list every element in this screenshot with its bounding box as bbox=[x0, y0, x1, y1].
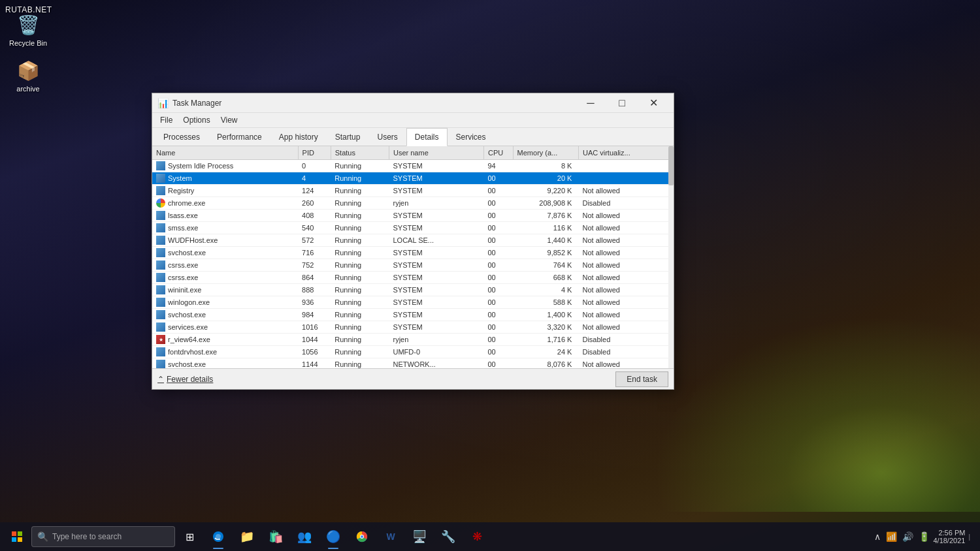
proc-uac: Disabled bbox=[578, 346, 673, 358]
table-row[interactable]: winlogon.exe 936 Running SYSTEM 00 588 K… bbox=[152, 296, 674, 309]
col-header-status[interactable]: Status bbox=[331, 146, 389, 160]
taskbar-word-button[interactable]: W bbox=[376, 522, 405, 551]
col-header-cpu[interactable]: CPU bbox=[483, 146, 513, 160]
start-button[interactable] bbox=[3, 522, 31, 551]
scrollbar-thumb[interactable] bbox=[668, 146, 674, 185]
proc-memory: 208,908 K bbox=[513, 197, 578, 210]
table-header-row: Name PID Status User name CPU Memory (a.… bbox=[152, 146, 674, 160]
table-row[interactable]: fontdrvhost.exe 1056 Running UMFD-0 00 2… bbox=[152, 346, 674, 358]
proc-pid: 1144 bbox=[298, 358, 331, 369]
proc-uac: Not allowed bbox=[578, 234, 673, 247]
table-row[interactable]: chrome.exe 260 Running ryjen 00 208,908 … bbox=[152, 197, 674, 210]
col-header-user[interactable]: User name bbox=[389, 146, 483, 160]
desktop-button[interactable]: | bbox=[966, 533, 972, 541]
desktop-icon-recycle-bin[interactable]: 🗑️ Recycle Bin bbox=[5, 9, 51, 50]
proc-user: NETWORK... bbox=[389, 358, 483, 369]
clock-date[interactable]: 2:56 PM 4/18/2021 bbox=[933, 529, 965, 544]
archive-label: archive bbox=[16, 85, 39, 93]
proc-status: Running bbox=[331, 358, 389, 369]
menu-view[interactable]: View bbox=[216, 114, 243, 126]
fewer-details-button[interactable]: ⌃ Fewer details bbox=[157, 375, 213, 384]
taskbar-chrome-button[interactable] bbox=[348, 522, 376, 551]
proc-user: UMFD-0 bbox=[389, 346, 483, 358]
tab-users[interactable]: Users bbox=[368, 128, 406, 146]
proc-memory: 24 K bbox=[513, 346, 578, 358]
chrome-icon bbox=[356, 531, 368, 543]
chevron-up-tray[interactable]: ∧ bbox=[872, 531, 883, 542]
tab-app-history[interactable]: App history bbox=[270, 128, 327, 146]
proc-user: ryjen bbox=[389, 197, 483, 210]
process-table-container: Name PID Status User name CPU Memory (a.… bbox=[152, 146, 674, 368]
tab-startup[interactable]: Startup bbox=[327, 128, 369, 146]
table-row[interactable]: smss.exe 540 Running SYSTEM 00 116 K Not… bbox=[152, 222, 674, 234]
maximize-button[interactable]: □ bbox=[607, 93, 637, 113]
close-button[interactable]: ✕ bbox=[638, 93, 668, 113]
proc-uac: Not allowed bbox=[578, 185, 673, 197]
battery-icon[interactable]: 🔋 bbox=[917, 531, 932, 542]
table-row[interactable]: WUDFHost.exe 572 Running LOCAL SE... 00 … bbox=[152, 234, 674, 247]
svg-rect-1 bbox=[18, 531, 22, 536]
table-row[interactable]: svchost.exe 1144 Running NETWORK... 00 8… bbox=[152, 358, 674, 369]
windows-icon bbox=[12, 531, 22, 542]
proc-cpu: 00 bbox=[483, 321, 513, 334]
table-row[interactable]: System 4 Running SYSTEM 00 20 K bbox=[152, 172, 674, 185]
proc-name: svchost.exe bbox=[152, 309, 298, 321]
table-row[interactable]: wininit.exe 888 Running SYSTEM 00 4 K No… bbox=[152, 284, 674, 296]
taskbar-app9-button[interactable]: 🖥️ bbox=[405, 522, 434, 551]
taskbar-app6-button[interactable]: 🔵 bbox=[319, 522, 348, 551]
table-row[interactable]: csrss.exe 864 Running SYSTEM 00 668 K No… bbox=[152, 272, 674, 284]
taskbar-edge-button[interactable] bbox=[204, 522, 233, 551]
menu-file[interactable]: File bbox=[155, 114, 178, 126]
proc-user: SYSTEM bbox=[389, 172, 483, 185]
menu-options[interactable]: Options bbox=[178, 114, 215, 126]
tab-processes[interactable]: Processes bbox=[155, 128, 208, 146]
end-task-button[interactable]: End task bbox=[615, 371, 668, 387]
proc-uac: Disabled bbox=[578, 334, 673, 346]
col-header-memory[interactable]: Memory (a... bbox=[513, 146, 578, 160]
table-row[interactable]: ★r_view64.exe 1044 Running ryjen 00 1,71… bbox=[152, 334, 674, 346]
recycle-bin-label: Recycle Bin bbox=[9, 39, 47, 47]
table-row[interactable]: svchost.exe 984 Running SYSTEM 00 1,400 … bbox=[152, 309, 674, 321]
table-row[interactable]: System Idle Process 0 Running SYSTEM 94 … bbox=[152, 160, 674, 172]
taskbar-app11-button[interactable]: ❋ bbox=[463, 522, 491, 551]
proc-user: ryjen bbox=[389, 334, 483, 346]
volume-icon[interactable]: 🔊 bbox=[900, 531, 915, 542]
tab-performance[interactable]: Performance bbox=[208, 128, 270, 146]
table-row[interactable]: csrss.exe 752 Running SYSTEM 00 764 K No… bbox=[152, 259, 674, 272]
taskbar-explorer-button[interactable]: 📁 bbox=[233, 522, 261, 551]
col-header-uac[interactable]: UAC virtualiz... bbox=[578, 146, 673, 160]
taskbar-teams-button[interactable]: 👥 bbox=[290, 522, 319, 551]
col-header-pid[interactable]: PID bbox=[298, 146, 331, 160]
proc-user: SYSTEM bbox=[389, 247, 483, 259]
task-view-button[interactable]: ⊞ bbox=[175, 522, 204, 551]
clock-time: 2:56 PM bbox=[933, 529, 965, 537]
taskbar-search[interactable]: 🔍 Type here to search bbox=[31, 526, 175, 547]
proc-memory: 668 K bbox=[513, 272, 578, 284]
proc-status: Running bbox=[331, 222, 389, 234]
proc-user: LOCAL SE... bbox=[389, 234, 483, 247]
proc-name: Registry bbox=[152, 185, 298, 197]
desktop-icon-archive[interactable]: 📦 archive bbox=[5, 55, 51, 95]
proc-user: SYSTEM bbox=[389, 296, 483, 309]
proc-memory: 8 K bbox=[513, 160, 578, 172]
table-row[interactable]: svchost.exe 716 Running SYSTEM 00 9,852 … bbox=[152, 247, 674, 259]
col-header-name[interactable]: Name bbox=[152, 146, 298, 160]
minimize-button[interactable]: ─ bbox=[576, 93, 606, 113]
proc-pid: 572 bbox=[298, 234, 331, 247]
taskbar-app10-button[interactable]: 🔧 bbox=[434, 522, 463, 551]
proc-pid: 716 bbox=[298, 247, 331, 259]
proc-user: SYSTEM bbox=[389, 210, 483, 222]
taskbar-store-button[interactable]: 🛍️ bbox=[261, 522, 290, 551]
proc-name: fontdrvhost.exe bbox=[152, 346, 298, 358]
proc-uac: Not allowed bbox=[578, 284, 673, 296]
proc-memory: 1,440 K bbox=[513, 234, 578, 247]
scrollbar-track[interactable] bbox=[668, 146, 674, 368]
proc-pid: 0 bbox=[298, 160, 331, 172]
table-row[interactable]: Registry 124 Running SYSTEM 00 9,220 K N… bbox=[152, 185, 674, 197]
network-icon[interactable]: 📶 bbox=[884, 531, 899, 542]
tab-details[interactable]: Details bbox=[406, 128, 448, 146]
table-row[interactable]: services.exe 1016 Running SYSTEM 00 3,32… bbox=[152, 321, 674, 334]
table-row[interactable]: lsass.exe 408 Running SYSTEM 00 7,876 K … bbox=[152, 210, 674, 222]
proc-memory: 764 K bbox=[513, 259, 578, 272]
tab-services[interactable]: Services bbox=[448, 128, 495, 146]
